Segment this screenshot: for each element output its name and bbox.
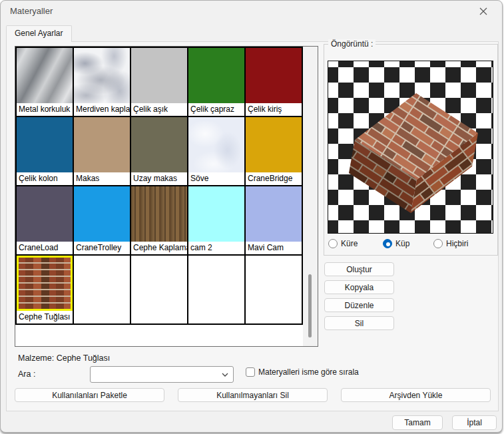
material-label: CraneLoad [17, 242, 73, 254]
material-label: Çelik çapraz [188, 103, 244, 116]
shape-radio-3[interactable]: Hiçbiri [433, 239, 468, 248]
material-label: Cephe Tuğlası [17, 311, 73, 324]
material-swatch[interactable] [188, 117, 244, 172]
material-cell[interactable]: Çelik çapraz [188, 48, 244, 116]
radio-label: Hiçbiri [446, 239, 468, 248]
material-label: Merdiven kaplamı [74, 103, 130, 116]
tab-genel-ayarlar[interactable]: Genel Ayarlar [6, 25, 72, 42]
close-button[interactable] [470, 2, 497, 21]
load-archive-button[interactable]: Arşivden Yükle [341, 388, 491, 402]
material-swatch[interactable] [74, 48, 130, 103]
preview-image [328, 61, 493, 234]
delete-unused-button[interactable]: Kullanılmayanları Sil [178, 388, 328, 402]
material-swatch[interactable] [246, 117, 302, 172]
material-cell[interactable]: Makas [74, 117, 130, 185]
material-swatch[interactable] [188, 186, 244, 242]
material-swatch[interactable] [131, 186, 187, 242]
package-used-button[interactable]: Kullanılanları Paketle [15, 388, 164, 402]
material-cell[interactable]: CraneLoad [17, 186, 73, 254]
material-cell[interactable]: Metal korkuluk [17, 48, 73, 116]
material-cell[interactable]: Çelik kiriş [246, 48, 302, 116]
material-cell[interactable]: Cephe Kaplama [131, 186, 187, 254]
material-label: Çelik kiriş [246, 103, 302, 116]
material-label: Mavi Cam [246, 242, 302, 254]
create-button[interactable]: Oluştur [324, 262, 394, 276]
radio-icon[interactable] [328, 239, 338, 248]
material-swatch[interactable] [246, 186, 302, 242]
material-cell[interactable]: CraneBridge [246, 117, 302, 185]
edit-button[interactable]: Düzenle [324, 298, 394, 312]
material-cell-empty[interactable] [74, 256, 130, 324]
material-swatch[interactable] [131, 48, 187, 103]
material-label: cam 2 [188, 242, 244, 254]
preview-cube [328, 61, 493, 234]
material-cell[interactable]: cam 2 [188, 186, 244, 254]
material-label: Çelik aşık [131, 103, 187, 116]
shape-radio-1[interactable]: Küre [328, 239, 358, 248]
material-label: CraneTrolley [74, 242, 130, 254]
material-swatch[interactable] [74, 186, 130, 242]
material-cell-empty[interactable] [246, 256, 302, 324]
material-label: CraneBridge [246, 172, 302, 185]
tab-panel: Metal korkulukMerdiven kaplamıÇelik aşık… [6, 41, 499, 411]
material-label: Metal korkuluk [17, 103, 73, 116]
copy-button[interactable]: Kopyala [324, 280, 394, 294]
delete-button[interactable]: Sil [324, 316, 394, 330]
material-cell-empty[interactable] [131, 256, 187, 324]
search-combobox[interactable] [90, 366, 234, 383]
search-label: Ara : [18, 369, 35, 379]
materials-dialog: Materyaller Genel Ayarlar Metal korkuluk… [0, 0, 503, 433]
material-swatch[interactable] [17, 256, 73, 311]
material-status: Malzeme: Cephe Tuğlası [18, 353, 110, 363]
materials-listbox: Metal korkulukMerdiven kaplamıÇelik aşık… [15, 46, 318, 347]
material-swatch[interactable] [17, 117, 73, 172]
scrollbar-thumb[interactable] [308, 274, 312, 337]
cancel-button[interactable]: İptal [452, 415, 497, 430]
material-cell[interactable]: CraneTrolley [74, 186, 130, 254]
shape-radio-2[interactable]: Küp [383, 239, 409, 248]
materials-grid: Metal korkulukMerdiven kaplamıÇelik aşık… [15, 47, 303, 325]
material-swatch[interactable] [17, 48, 73, 103]
material-swatch[interactable] [17, 186, 73, 242]
sort-checkbox-row: Materyalleri isme göre sırala [246, 367, 359, 377]
material-cell[interactable]: Cephe Tuğlası [17, 256, 73, 324]
material-swatch[interactable] [74, 117, 130, 172]
material-label: Makas [74, 172, 130, 185]
material-label: Söve [188, 172, 244, 185]
radio-label: Küre [341, 239, 358, 248]
material-cell-empty[interactable] [188, 256, 244, 324]
material-swatch[interactable] [246, 48, 302, 103]
material-cell[interactable]: Mavi Cam [246, 186, 302, 254]
material-swatch[interactable] [188, 48, 244, 103]
radio-icon[interactable] [383, 239, 392, 248]
window-title: Materyaller [10, 6, 53, 16]
close-icon [479, 7, 487, 15]
material-label: Cephe Kaplama [131, 242, 187, 254]
material-cell[interactable]: Merdiven kaplamı [74, 48, 130, 116]
ok-button[interactable]: Tamam [392, 415, 443, 430]
material-cell[interactable]: Uzay makas [131, 117, 187, 185]
preview-group-label: Öngörüntü : [328, 39, 376, 49]
chevron-down-icon[interactable] [217, 373, 233, 377]
sort-checkbox[interactable] [246, 367, 255, 377]
material-swatch[interactable] [131, 117, 187, 172]
titlebar[interactable]: Materyaller [1, 1, 502, 22]
material-cell[interactable]: Söve [188, 117, 244, 185]
material-label: Çelik kolon [17, 172, 73, 185]
materials-scrollbar[interactable] [303, 47, 318, 346]
material-cell[interactable]: Çelik kolon [17, 117, 73, 185]
search-input[interactable] [91, 367, 217, 382]
material-label: Uzay makas [131, 172, 187, 185]
shape-options: KüreKüpHiçbiri [324, 239, 497, 252]
sort-checkbox-label: Materyalleri isme göre sırala [258, 367, 359, 377]
radio-icon[interactable] [433, 239, 443, 248]
tab-label: Genel Ayarlar [15, 29, 63, 38]
radio-label: Küp [395, 239, 409, 248]
material-cell[interactable]: Çelik aşık [131, 48, 187, 116]
preview-group: Öngörüntü : [324, 44, 498, 256]
